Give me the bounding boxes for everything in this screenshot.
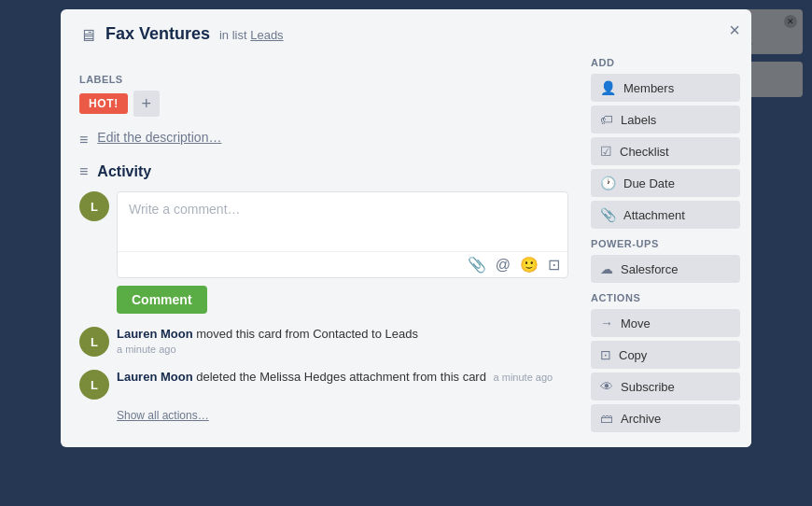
activity-icon: ≡ [79,163,88,180]
modal-overlay: × 🖥 Fax Ventures in list Leads Labels HO… [0,0,812,506]
archive-label: Archive [621,412,661,426]
members-icon: 👤 [600,80,616,95]
checklist-button[interactable]: ☑ Checklist [591,137,740,165]
actions-section-title: Actions [591,292,740,303]
activity-user-1: Lauren Moon [117,327,193,341]
comment-box-wrapper: 📎 @ 🙂 ⊡ [117,191,568,278]
modal-left-panel: Labels HOT! + ≡ Edit the description… ≡ … [61,46,583,447]
archive-button[interactable]: 🗃 Archive [591,404,740,432]
attachment-icon: 📎 [600,207,616,222]
copy-label: Copy [619,348,647,362]
labels-btn-label: Labels [621,113,656,127]
comment-button[interactable]: Comment [117,286,207,314]
card-title: Fax Ventures [105,24,210,43]
salesforce-label: Salesforce [621,262,678,276]
add-label-button[interactable]: + [133,91,160,117]
due-date-label: Due Date [623,176,675,190]
activity-title: Activity [97,163,151,180]
labels-row: HOT! + [79,91,568,117]
comment-toolbar: 📎 @ 🙂 ⊡ [118,251,567,277]
activity-action-2: deleted the Melissa Hedges attachment fr… [193,370,486,384]
in-list-label: in list Leads [219,28,284,42]
subscribe-button[interactable]: 👁 Subscribe [591,372,740,401]
edit-description-button[interactable]: Edit the description… [97,130,221,145]
show-all-actions-button[interactable]: Show all actions… [117,409,209,422]
salesforce-icon: ☁ [600,261,613,276]
move-button[interactable]: → Move [591,309,740,337]
labels-section: Labels HOT! + [79,74,568,117]
attachment-label: Attachment [623,208,685,222]
archive-icon: 🗃 [600,411,613,426]
copy-icon: ⊡ [600,347,611,362]
card-modal: × 🖥 Fax Ventures in list Leads Labels HO… [61,9,751,447]
user-avatar: L [79,191,109,221]
members-label: Members [623,81,674,95]
subscribe-label: Subscribe [621,380,675,394]
modal-body: Labels HOT! + ≡ Edit the description… ≡ … [61,46,751,447]
due-date-icon: 🕐 [600,176,616,190]
comment-row: L 📎 @ 🙂 ⊡ [79,191,568,278]
activity-text-2: Lauren Moon deleted the Melissa Hedges a… [117,370,568,384]
checklist-icon: ☑ [600,144,612,159]
emoji-tool-icon[interactable]: 🙂 [520,256,539,274]
description-icon: ≡ [79,132,88,148]
list-name-link[interactable]: Leads [250,28,283,42]
close-button[interactable]: × [729,21,740,39]
activity-header: ≡ Activity [79,163,568,180]
move-icon: → [600,316,613,330]
labels-section-title: Labels [79,74,568,85]
attachment-button[interactable]: 📎 Attachment [591,201,740,229]
hot-label-tag[interactable]: HOT! [79,93,128,114]
powerups-section-title: Power-Ups [591,238,740,249]
activity-time-1: a minute ago [117,344,568,355]
activity-text-1: Lauren Moon moved this card from Contact… [117,327,568,355]
header-title-group: Fax Ventures in list Leads [105,24,733,44]
members-button[interactable]: 👤 Members [591,74,740,102]
activity-item-2: L Lauren Moon deleted the Melissa Hedges… [79,370,568,400]
card-tool-icon[interactable]: ⊡ [548,256,560,274]
activity-avatar-2: L [79,370,109,400]
comment-input[interactable] [118,192,567,248]
add-section-title: Add [591,57,740,68]
description-row: ≡ Edit the description… [79,130,568,148]
copy-button[interactable]: ⊡ Copy [591,341,740,369]
modal-header: 🖥 Fax Ventures in list Leads [61,9,751,46]
checklist-label: Checklist [620,145,669,159]
salesforce-button[interactable]: ☁ Salesforce [591,255,740,283]
attachment-tool-icon[interactable]: 📎 [468,256,486,274]
activity-time-inline-2: a minute ago [494,372,553,383]
move-label: Move [621,316,651,330]
due-date-button[interactable]: 🕐 Due Date [591,169,740,197]
labels-icon: 🏷 [600,112,613,127]
mention-tool-icon[interactable]: @ [496,257,511,274]
activity-user-2: Lauren Moon [117,370,193,384]
activity-action-1: moved this card from Contacted to Leads [193,327,418,341]
modal-right-panel: Add 👤 Members 🏷 Labels ☑ Checklist 🕐 Due… [583,46,751,447]
activity-item-1: L Lauren Moon moved this card from Conta… [79,327,568,357]
subscribe-icon: 👁 [600,379,613,394]
labels-button[interactable]: 🏷 Labels [591,105,740,134]
card-type-icon: 🖥 [79,26,96,46]
activity-avatar-1: L [79,327,109,357]
